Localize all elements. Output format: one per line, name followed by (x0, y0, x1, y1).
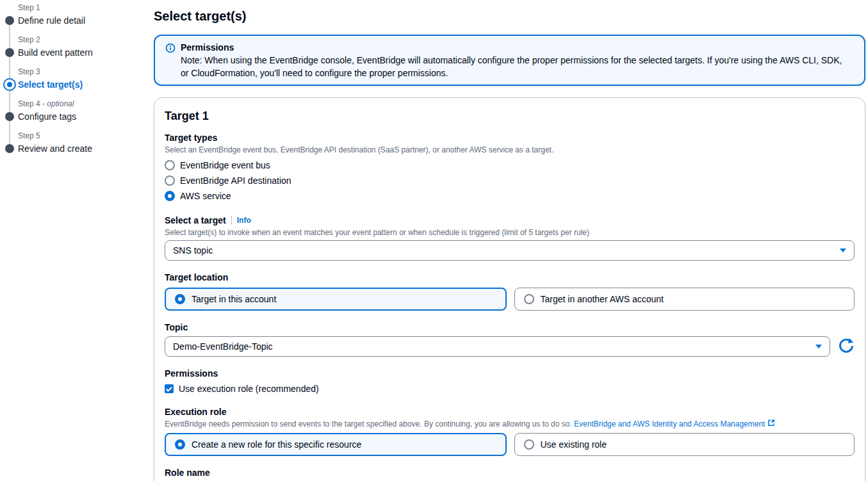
info-link[interactable]: Info (237, 216, 251, 225)
target-card: Target 1 Target types Select an EventBri… (154, 97, 865, 481)
radio-eventbridge-api-destination[interactable]: EventBridge API destination (165, 173, 855, 188)
tile-label: Target in another AWS account (541, 294, 664, 304)
target-types-description: Select an EventBridge event bus, EventBr… (165, 145, 855, 155)
checkbox-label: Use execution role (recommended) (179, 382, 319, 395)
execution-role-label: Execution role (165, 405, 855, 418)
step-optional: optional (47, 99, 74, 108)
step-item-configure-tags[interactable]: Step 4 - optional Configure tags (0, 99, 154, 123)
step-label[interactable]: Review and create (18, 142, 154, 155)
chevron-down-icon (815, 345, 822, 348)
step-number: Step 1 (18, 3, 40, 12)
radio-aws-service[interactable]: AWS service (165, 188, 855, 204)
step-number: Step 2 (18, 35, 40, 44)
step-number: Step 4 - (18, 99, 47, 108)
tile-use-existing-role[interactable]: Use existing role (514, 433, 855, 456)
step-item-select-targets-active[interactable]: Step 3 Select target(s) (0, 67, 154, 91)
step-label[interactable]: Build event pattern (18, 46, 154, 59)
refresh-icon (838, 338, 855, 356)
radio-selected-icon[interactable] (165, 191, 175, 201)
select-value: SNS topic (173, 245, 213, 256)
topic-label: Topic (165, 321, 855, 334)
step-item-define-rule-detail[interactable]: Step 1 Define rule detail (0, 3, 154, 27)
target-types-field: Target types Select an EventBridge event… (165, 131, 855, 204)
role-name-field: Role name (165, 466, 855, 481)
select-target-label: Select a target (165, 214, 226, 227)
step-dot-icon (5, 112, 14, 121)
radio-icon[interactable] (165, 160, 175, 170)
chevron-down-icon (840, 249, 846, 252)
select-target-field: Select a target Info Select target(s) to… (165, 214, 855, 261)
tile-label: Use existing role (541, 439, 607, 450)
page: Step 1 Define rule detail Step 2 Build e… (0, 0, 868, 481)
target-location-label: Target location (165, 271, 855, 284)
tile-create-new-role[interactable]: Create a new role for this specific reso… (165, 433, 507, 456)
step-dot-icon (5, 16, 14, 25)
target-types-label: Target types (165, 131, 855, 144)
target-location-field: Target location Target in this account T… (165, 271, 855, 311)
refresh-button[interactable] (838, 338, 855, 356)
step-label[interactable]: Configure tags (18, 110, 154, 123)
select-target-description: Select target(s) to invoke when an event… (165, 227, 855, 238)
banner-title: Permissions (181, 41, 847, 54)
role-name-label: Role name (165, 466, 855, 479)
step-active-dot-icon (3, 78, 16, 91)
target-type-select[interactable]: SNS topic (165, 240, 855, 261)
radio-label: EventBridge API destination (180, 174, 291, 187)
step-label[interactable]: Define rule detail (18, 14, 154, 27)
permissions-info-banner: Permissions Note: When using the EventBr… (154, 35, 865, 86)
step-dot-icon (5, 48, 14, 57)
radio-eventbridge-event-bus[interactable]: EventBridge event bus (165, 158, 855, 173)
topic-field: Topic Demo-EventBridge-Topic (165, 321, 855, 357)
step-label[interactable]: Select target(s) (18, 78, 154, 91)
iam-link[interactable]: EventBridge and AWS Identity and Access … (574, 420, 775, 428)
execution-role-description: EventBridge needs permission to send eve… (165, 420, 572, 428)
step-item-build-event-pattern[interactable]: Step 2 Build event pattern (0, 35, 154, 59)
radio-icon[interactable] (524, 294, 534, 304)
step-item-review-and-create[interactable]: Step 5 Review and create (0, 131, 154, 155)
external-link-icon (767, 420, 775, 428)
step-dot-icon (5, 144, 14, 153)
permissions-label: Permissions (165, 367, 855, 380)
tile-label: Create a new role for this specific reso… (192, 439, 361, 450)
radio-icon[interactable] (524, 439, 534, 450)
tile-target-in-another-account[interactable]: Target in another AWS account (514, 288, 855, 311)
radio-icon[interactable] (165, 175, 175, 186)
radio-selected-icon[interactable] (175, 439, 185, 450)
main-content: Select target(s) Permissions Note: When … (154, 0, 868, 481)
step-number: Step 5 (18, 131, 40, 140)
banner-body: Note: When using the EventBridge console… (181, 54, 847, 79)
execution-role-field: Execution role EventBridge needs permiss… (165, 405, 855, 456)
tile-label: Target in this account (192, 294, 276, 304)
use-execution-role-checkbox-row[interactable]: Use execution role (recommended) (165, 382, 855, 395)
tile-target-in-this-account[interactable]: Target in this account (165, 288, 507, 311)
page-title: Select target(s) (154, 8, 865, 24)
select-value: Demo-EventBridge-Topic (173, 341, 273, 352)
checkbox-checked-icon[interactable] (165, 384, 174, 393)
wizard-steps-nav: Step 1 Define rule detail Step 2 Build e… (0, 0, 154, 481)
radio-label: AWS service (180, 190, 231, 202)
radio-label: EventBridge event bus (180, 159, 270, 172)
info-icon (165, 41, 176, 79)
target-card-title: Target 1 (165, 108, 855, 124)
step-number: Step 3 (18, 67, 40, 76)
radio-selected-icon[interactable] (175, 294, 185, 304)
topic-select[interactable]: Demo-EventBridge-Topic (165, 336, 830, 357)
label-separator (231, 216, 232, 225)
permissions-field: Permissions Use execution role (recommen… (165, 367, 855, 395)
